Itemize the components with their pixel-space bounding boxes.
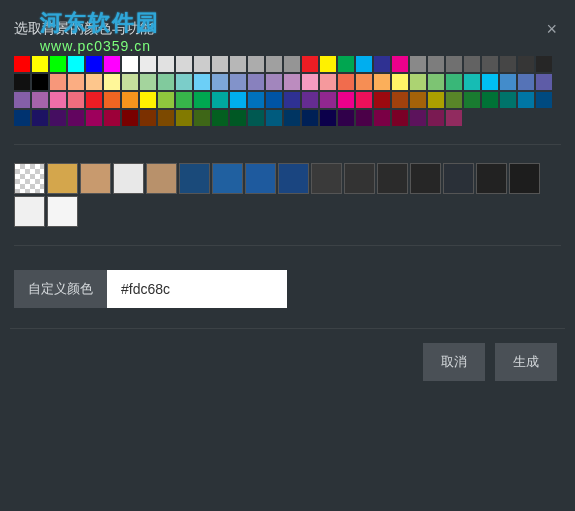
- color-swatch[interactable]: [482, 92, 498, 108]
- color-swatch[interactable]: [140, 92, 156, 108]
- texture-swatch[interactable]: [113, 163, 144, 194]
- color-swatch[interactable]: [14, 56, 30, 72]
- color-swatch[interactable]: [122, 92, 138, 108]
- color-swatch[interactable]: [500, 56, 516, 72]
- color-swatch[interactable]: [212, 92, 228, 108]
- texture-swatch[interactable]: [377, 163, 408, 194]
- color-swatch[interactable]: [374, 56, 390, 72]
- color-swatch[interactable]: [158, 56, 174, 72]
- color-swatch[interactable]: [212, 110, 228, 126]
- color-swatch[interactable]: [68, 110, 84, 126]
- color-swatch[interactable]: [86, 56, 102, 72]
- color-swatch[interactable]: [320, 56, 336, 72]
- color-swatch[interactable]: [176, 92, 192, 108]
- color-swatch[interactable]: [284, 74, 300, 90]
- color-swatch[interactable]: [302, 110, 318, 126]
- color-swatch[interactable]: [50, 110, 66, 126]
- color-swatch[interactable]: [284, 56, 300, 72]
- color-swatch[interactable]: [500, 74, 516, 90]
- generate-button[interactable]: 生成: [495, 343, 557, 381]
- color-swatch[interactable]: [356, 92, 372, 108]
- color-swatch[interactable]: [302, 92, 318, 108]
- color-swatch[interactable]: [248, 92, 264, 108]
- texture-swatch[interactable]: [146, 163, 177, 194]
- color-swatch[interactable]: [302, 74, 318, 90]
- color-swatch[interactable]: [194, 110, 210, 126]
- color-swatch[interactable]: [284, 92, 300, 108]
- color-swatch[interactable]: [284, 110, 300, 126]
- color-swatch[interactable]: [266, 74, 282, 90]
- color-swatch[interactable]: [464, 74, 480, 90]
- color-swatch[interactable]: [212, 74, 228, 90]
- color-swatch[interactable]: [482, 56, 498, 72]
- color-swatch[interactable]: [338, 92, 354, 108]
- color-swatch[interactable]: [338, 56, 354, 72]
- color-swatch[interactable]: [518, 92, 534, 108]
- color-swatch[interactable]: [446, 56, 462, 72]
- color-swatch[interactable]: [68, 92, 84, 108]
- color-swatch[interactable]: [446, 110, 462, 126]
- color-swatch[interactable]: [464, 56, 480, 72]
- texture-swatch[interactable]: [14, 163, 45, 194]
- color-swatch[interactable]: [14, 74, 30, 90]
- color-swatch[interactable]: [338, 110, 354, 126]
- texture-swatch[interactable]: [443, 163, 474, 194]
- texture-swatch[interactable]: [80, 163, 111, 194]
- color-swatch[interactable]: [374, 92, 390, 108]
- color-swatch[interactable]: [32, 74, 48, 90]
- color-swatch[interactable]: [302, 56, 318, 72]
- color-swatch[interactable]: [14, 92, 30, 108]
- close-icon[interactable]: ×: [546, 20, 557, 38]
- color-swatch[interactable]: [446, 92, 462, 108]
- color-swatch[interactable]: [86, 74, 102, 90]
- color-swatch[interactable]: [122, 74, 138, 90]
- color-swatch[interactable]: [356, 110, 372, 126]
- color-swatch[interactable]: [338, 74, 354, 90]
- texture-swatch[interactable]: [179, 163, 210, 194]
- color-swatch[interactable]: [212, 56, 228, 72]
- color-swatch[interactable]: [446, 74, 462, 90]
- color-swatch[interactable]: [104, 92, 120, 108]
- color-swatch[interactable]: [536, 56, 552, 72]
- color-swatch[interactable]: [392, 92, 408, 108]
- color-swatch[interactable]: [464, 92, 480, 108]
- color-swatch[interactable]: [86, 92, 102, 108]
- texture-swatch[interactable]: [47, 196, 78, 227]
- color-swatch[interactable]: [248, 56, 264, 72]
- color-swatch[interactable]: [410, 110, 426, 126]
- texture-swatch[interactable]: [14, 196, 45, 227]
- color-swatch[interactable]: [176, 74, 192, 90]
- color-swatch[interactable]: [32, 56, 48, 72]
- color-swatch[interactable]: [410, 92, 426, 108]
- color-swatch[interactable]: [392, 56, 408, 72]
- color-swatch[interactable]: [266, 92, 282, 108]
- color-swatch[interactable]: [536, 74, 552, 90]
- color-swatch[interactable]: [392, 110, 408, 126]
- color-swatch[interactable]: [374, 74, 390, 90]
- custom-color-input[interactable]: [107, 270, 287, 308]
- color-swatch[interactable]: [428, 92, 444, 108]
- color-swatch[interactable]: [230, 56, 246, 72]
- color-swatch[interactable]: [248, 110, 264, 126]
- texture-swatch[interactable]: [344, 163, 375, 194]
- color-swatch[interactable]: [320, 92, 336, 108]
- color-swatch[interactable]: [356, 56, 372, 72]
- color-swatch[interactable]: [122, 110, 138, 126]
- color-swatch[interactable]: [140, 56, 156, 72]
- color-swatch[interactable]: [266, 110, 282, 126]
- color-swatch[interactable]: [266, 56, 282, 72]
- color-swatch[interactable]: [86, 110, 102, 126]
- color-swatch[interactable]: [536, 92, 552, 108]
- color-swatch[interactable]: [230, 74, 246, 90]
- color-swatch[interactable]: [392, 74, 408, 90]
- texture-swatch[interactable]: [212, 163, 243, 194]
- color-swatch[interactable]: [428, 110, 444, 126]
- color-swatch[interactable]: [176, 110, 192, 126]
- color-swatch[interactable]: [50, 74, 66, 90]
- color-swatch[interactable]: [320, 110, 336, 126]
- color-swatch[interactable]: [14, 110, 30, 126]
- color-swatch[interactable]: [68, 56, 84, 72]
- color-swatch[interactable]: [410, 74, 426, 90]
- texture-swatch[interactable]: [245, 163, 276, 194]
- color-swatch[interactable]: [428, 56, 444, 72]
